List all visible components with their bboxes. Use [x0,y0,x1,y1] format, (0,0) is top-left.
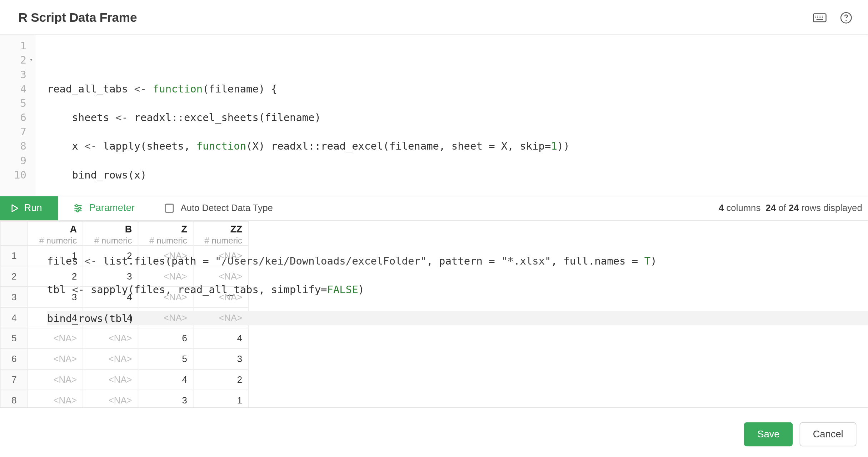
checkbox-icon [165,204,174,213]
cell[interactable]: 4 [138,369,193,390]
keyboard-icon[interactable] [813,11,827,25]
header-icons [813,11,853,25]
auto-detect-checkbox[interactable]: Auto Detect Data Type [150,203,288,214]
fold-icon[interactable]: ▾ [30,53,33,67]
row-number: 5 [0,328,28,348]
parameter-button[interactable]: Parameter [58,196,150,220]
header-bar: R Script Data Frame [0,0,868,35]
row-number: 4 [0,307,28,328]
cancel-button[interactable]: Cancel [800,422,857,446]
cell[interactable]: <NA> [83,390,138,408]
parameter-label: Parameter [89,202,135,214]
sliders-icon [73,203,83,214]
row-number: 6 [0,348,28,369]
save-button[interactable]: Save [744,422,793,446]
auto-detect-label: Auto Detect Data Type [181,203,273,214]
row-number: 2 [0,266,28,287]
table-row: 7<NA><NA>42 [0,369,248,390]
cell[interactable]: <NA> [28,390,83,408]
help-icon[interactable] [839,11,853,25]
cell[interactable]: 2 [193,369,248,390]
run-button[interactable]: Run [0,196,58,220]
cell[interactable]: 3 [138,390,193,408]
grid-corner [0,221,28,245]
table-row: 8<NA><NA>31 [0,390,248,408]
footer: Save Cancel [744,422,856,446]
row-number: 3 [0,287,28,307]
cell[interactable]: <NA> [83,369,138,390]
row-number: 8 [0,390,28,408]
svg-point-19 [77,210,79,212]
run-label: Run [24,202,42,214]
play-icon [10,204,20,213]
cell[interactable]: 1 [193,390,248,408]
row-number: 1 [0,245,28,266]
row-number: 7 [0,369,28,390]
editor-content[interactable]: read_all_tabs <- function(filename) { sh… [36,35,868,196]
code-editor[interactable]: 1 2▾ 3 4 5 6 7 8 9 10 read_all_tabs <- f… [0,35,868,196]
editor-gutter: 1 2▾ 3 4 5 6 7 8 9 10 [0,35,36,196]
page-title: R Script Data Frame [18,10,137,25]
svg-point-15 [76,205,78,207]
status-text: 4 columns 24 of 24 rows displayed [719,203,868,214]
svg-point-17 [79,207,81,209]
cell[interactable]: <NA> [28,369,83,390]
svg-point-13 [846,20,847,21]
